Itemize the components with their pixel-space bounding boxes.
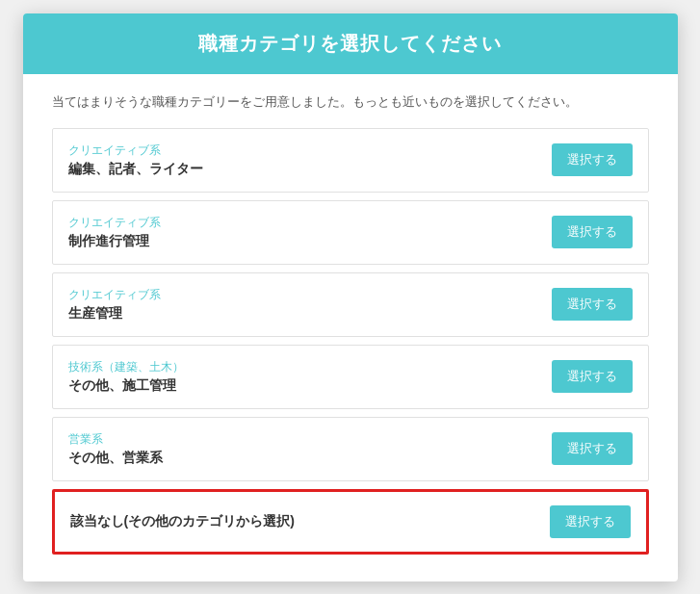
category-info-1: クリエイティブ系 編集、記者、ライター bbox=[68, 142, 203, 178]
category-name-1: 編集、記者、ライター bbox=[68, 161, 203, 178]
category-item-3: クリエイティブ系 生産管理 選択する bbox=[52, 272, 649, 337]
category-info-5: 営業系 その他、営業系 bbox=[68, 431, 163, 467]
category-info-4: 技術系（建築、土木） その他、施工管理 bbox=[68, 359, 184, 395]
category-item-4: 技術系（建築、土木） その他、施工管理 選択する bbox=[52, 345, 649, 409]
category-item-2: クリエイティブ系 制作進行管理 選択する bbox=[52, 200, 649, 265]
category-item-1: クリエイティブ系 編集、記者、ライター 選択する bbox=[52, 128, 649, 193]
select-button-2[interactable]: 選択する bbox=[552, 216, 633, 248]
category-item-5: 営業系 その他、営業系 選択する bbox=[52, 417, 649, 481]
category-info-3: クリエイティブ系 生産管理 bbox=[68, 287, 161, 323]
modal-header: 職種カテゴリを選択してください bbox=[23, 13, 678, 74]
modal-description: 当てはまりそうな職種カテゴリーをご用意しました。もっとも近いものを選択してくださ… bbox=[52, 93, 649, 111]
category-name-3: 生産管理 bbox=[68, 305, 161, 323]
select-button-1[interactable]: 選択する bbox=[552, 143, 633, 176]
modal-body: 当てはまりそうな職種カテゴリーをご用意しました。もっとも近いものを選択してくださ… bbox=[23, 74, 678, 581]
category-type-5: 営業系 bbox=[68, 431, 163, 448]
no-match-label: 該当なし(その他のカテゴリから選択) bbox=[70, 513, 295, 530]
modal-container: 職種カテゴリを選択してください 当てはまりそうな職種カテゴリーをご用意しました。… bbox=[23, 13, 678, 581]
select-button-3[interactable]: 選択する bbox=[552, 288, 633, 321]
category-info-2: クリエイティブ系 制作進行管理 bbox=[68, 215, 161, 250]
category-name-2: 制作進行管理 bbox=[68, 233, 161, 250]
category-type-1: クリエイティブ系 bbox=[68, 142, 203, 159]
no-match-item: 該当なし(その他のカテゴリから選択) 選択する bbox=[52, 489, 649, 555]
no-match-info: 該当なし(その他のカテゴリから選択) bbox=[70, 513, 295, 530]
select-button-5[interactable]: 選択する bbox=[552, 432, 633, 465]
category-name-4: その他、施工管理 bbox=[68, 377, 184, 395]
category-name-5: その他、営業系 bbox=[68, 450, 163, 467]
category-list: クリエイティブ系 編集、記者、ライター 選択する クリエイティブ系 制作進行管理… bbox=[52, 128, 649, 562]
category-type-2: クリエイティブ系 bbox=[68, 215, 161, 231]
modal-title: 職種カテゴリを選択してください bbox=[42, 31, 659, 57]
category-type-3: クリエイティブ系 bbox=[68, 287, 161, 303]
no-match-select-button[interactable]: 選択する bbox=[550, 505, 631, 538]
select-button-4[interactable]: 選択する bbox=[552, 360, 633, 393]
category-type-4: 技術系（建築、土木） bbox=[68, 359, 184, 375]
